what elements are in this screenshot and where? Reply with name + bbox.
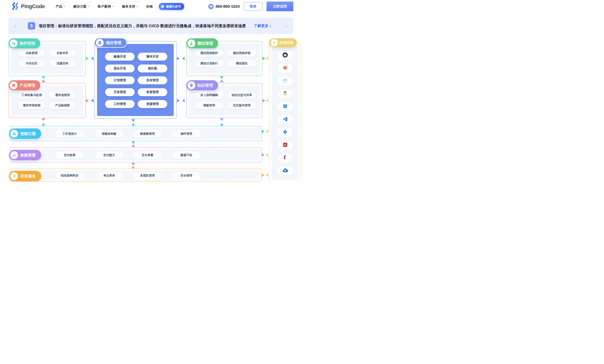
feature-pill[interactable]: 开发管理	[105, 88, 135, 96]
feature-pill[interactable]: 目标管理	[18, 49, 46, 57]
connector-arrow	[131, 166, 135, 168]
banner-next-icon[interactable]: ›	[285, 23, 288, 29]
app-pill[interactable]	[277, 102, 293, 111]
app-pill[interactable]	[277, 76, 293, 86]
feature-pill[interactable]: 目标对齐	[49, 49, 76, 57]
connector-arrow	[262, 130, 264, 133]
nav-item-support[interactable]: 服务支持	[122, 4, 138, 9]
banner-text: 项目管理：标准化研发管理模型，搭配灵活自定义能力，并能与 CI/CD 数据进行无…	[39, 23, 246, 29]
app-pill[interactable]	[277, 153, 293, 163]
brand-home-link[interactable]: PingCode	[12, 2, 45, 11]
feature-pill[interactable]: 智能体构建	[94, 130, 124, 138]
feature-pill[interactable]: 计划管理	[105, 76, 135, 84]
feature-pill[interactable]: 多人协同编辑	[195, 91, 224, 99]
connector-arrow	[131, 144, 135, 147]
nav-item-label: 产品	[56, 4, 62, 9]
product-header: 产品管理	[9, 80, 40, 90]
connector-arrow	[131, 119, 135, 122]
knowledge-section: 知识管理 多人协同编辑 知识沉淀与共享 模版管理 历史版本管理	[186, 83, 262, 118]
feature-pill[interactable]: 工单收集与处理	[18, 91, 46, 99]
nav-item-pricing[interactable]: 价格	[146, 4, 153, 9]
metrics-header: 效能度量	[9, 150, 41, 160]
feature-pill[interactable]: 需求池管理	[49, 91, 76, 99]
feature-pill[interactable]: 模版管理	[195, 101, 224, 109]
app-pill[interactable]: G	[277, 140, 293, 150]
feature-pill[interactable]: 数据集管理	[133, 130, 162, 138]
brand-name: PingCode	[21, 3, 45, 10]
feature-pill[interactable]: 测试计划执行	[195, 60, 224, 67]
feature-pill[interactable]: 讨论社区	[18, 60, 46, 67]
feature-pill[interactable]: 项目集	[138, 64, 167, 73]
nav-item-label: 价格	[146, 4, 153, 9]
checklist-icon	[28, 22, 35, 30]
feature-pill[interactable]: 交付质量	[133, 151, 162, 159]
feature-pill[interactable]: 组织架构同步	[55, 171, 84, 180]
connector-arrow	[266, 57, 268, 60]
feature-grid: 目标管理 目标对齐 讨论社区 话题空间	[18, 49, 76, 67]
feature-grid: 多人协同编辑 知识沉淀与共享 模版管理 历史版本管理	[195, 91, 256, 109]
chevron-down-icon	[112, 6, 114, 8]
ai-engine-header: 智能引擎	[9, 128, 41, 139]
nav-item-solutions[interactable]: 解决方案	[73, 4, 89, 9]
feature-pill[interactable]: 发布管理	[138, 76, 167, 84]
checklist-icon	[96, 39, 104, 47]
connector-arrow	[131, 123, 135, 126]
app-pill[interactable]	[277, 166, 293, 176]
jenkins-icon	[282, 90, 288, 97]
feature-pill[interactable]: 工作流设计	[55, 130, 84, 138]
section-title: 效能度量	[20, 153, 36, 158]
feature-pill[interactable]: 知识沉淀与共享	[227, 91, 257, 99]
directory-section: 目录服务 组织架构同步 单点登录 多团队管理 安全管理	[10, 169, 262, 182]
feature-pill[interactable]: 资源管理	[138, 100, 167, 108]
app-pill[interactable]	[277, 127, 293, 137]
connector-arrow	[182, 57, 185, 60]
feature-pill[interactable]: 多团队管理	[133, 171, 162, 180]
connector-arrow	[131, 142, 135, 144]
phone-contact[interactable]: ☎ 400-800-1024	[208, 4, 240, 9]
section-title: 智能引擎	[20, 131, 36, 136]
feature-pill[interactable]: 交付能力	[94, 151, 124, 159]
feature-pill[interactable]: 测试用例维护	[195, 49, 224, 57]
banner-prev-icon[interactable]: ‹	[14, 23, 16, 29]
app-pill[interactable]	[277, 115, 293, 124]
project-section: 项目管理 敏捷开发 瀑布开发 混合开发 项目集 计划管理 发布管理 开发管理 变…	[94, 41, 177, 119]
app-pill[interactable]	[277, 63, 293, 73]
nav-item-label: 客户案例	[98, 4, 111, 9]
learn-more-link[interactable]: 了解更多 ›	[254, 23, 271, 28]
nav-item-products[interactable]: 产品	[56, 4, 65, 9]
project-header: 项目管理	[94, 38, 127, 48]
flask-icon	[188, 39, 195, 47]
whitepaper-button[interactable]: 敏捷白皮书	[159, 3, 184, 10]
feature-pill[interactable]: 历史版本管理	[227, 101, 257, 109]
feature-pill[interactable]: 数据下钻	[172, 151, 201, 159]
feature-pill[interactable]: 敏捷开发	[105, 53, 135, 61]
feature-pill[interactable]: 测试报告	[227, 60, 257, 67]
feature-pill[interactable]: 需求评审排期	[18, 101, 46, 109]
connector-arrow	[263, 99, 265, 102]
connector-arrow	[86, 99, 88, 102]
testing-header: 测试管理	[186, 38, 218, 49]
whitepaper-label: 敏捷白皮书	[166, 5, 181, 8]
nav-item-customers[interactable]: 客户案例	[98, 4, 114, 9]
section-title: 知识管理	[197, 83, 213, 88]
feature-pill[interactable]: 瀑布开发	[138, 53, 167, 61]
feature-pill[interactable]: 产品路线图	[49, 101, 76, 109]
feature-pill[interactable]: 单点登录	[94, 171, 124, 180]
feature-pill[interactable]: 话题空间	[49, 60, 76, 67]
app-pill[interactable]	[277, 89, 293, 99]
svg-text:G: G	[284, 144, 286, 146]
feature-pill[interactable]: 混合开发	[105, 64, 135, 73]
connector-arrow	[177, 57, 179, 60]
app-pill[interactable]	[277, 50, 293, 60]
nav-item-label: 服务支持	[122, 4, 135, 9]
feature-pill[interactable]: 测试用例评审	[227, 49, 257, 57]
feature-pill[interactable]: 变更管理	[138, 88, 167, 96]
feature-pill[interactable]: 插件管理	[172, 130, 201, 138]
feature-pill[interactable]: 工时管理	[105, 100, 135, 108]
feature-pill[interactable]: 安全管理	[172, 171, 201, 180]
trial-button[interactable]: 立即试用	[266, 1, 293, 11]
feature-pill[interactable]: 交付效率	[55, 151, 84, 159]
bitbucket-icon	[282, 103, 288, 110]
connector-arrow	[220, 123, 224, 126]
login-button[interactable]: 登录	[244, 2, 262, 11]
